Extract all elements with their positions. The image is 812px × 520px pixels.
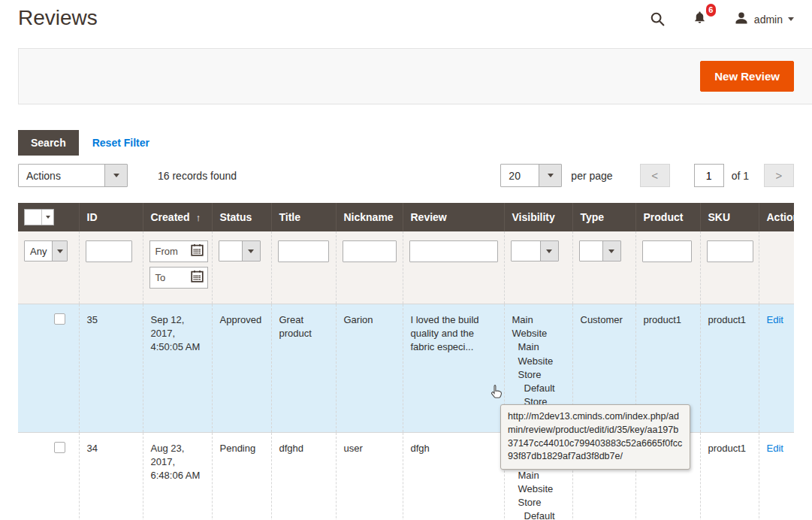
actions-dropdown[interactable]: Actions xyxy=(18,164,128,187)
filter-cell-id xyxy=(79,231,143,304)
cell-nickname: user xyxy=(336,432,403,520)
previous-page-button[interactable]: < xyxy=(640,164,670,187)
column-header-action[interactable]: Action xyxy=(759,203,794,231)
filter-cell-visibility xyxy=(504,231,572,304)
filter-cell-review xyxy=(403,231,504,304)
select-all-header xyxy=(18,203,79,231)
user-icon xyxy=(734,11,749,28)
toolbar-left: Actions 16 records found xyxy=(18,164,237,187)
admin-menu[interactable]: admin xyxy=(734,11,794,28)
grid-header-row: ID Created↑ Status Title Nickname Review… xyxy=(18,203,794,231)
cell-sku: product1 xyxy=(700,432,759,520)
new-review-button[interactable]: New Review xyxy=(700,61,794,92)
edit-link[interactable]: Edit xyxy=(767,443,783,454)
column-header-created[interactable]: Created↑ xyxy=(143,203,212,231)
notification-badge: 6 xyxy=(706,4,716,17)
edit-link[interactable]: Edit xyxy=(767,314,783,325)
visibility-website: Main Website xyxy=(512,313,565,340)
filter-review-input[interactable] xyxy=(409,240,498,262)
cell-created: Aug 23, 2017, 6:48:06 AM xyxy=(143,432,212,520)
filter-date-from[interactable]: From xyxy=(149,240,208,262)
url-tooltip: http://m2dev13.cminds.com/index.php/admi… xyxy=(500,404,690,470)
row-checkbox-cell xyxy=(18,304,79,433)
row-checkbox-cell xyxy=(18,432,79,520)
cell-status: Pending xyxy=(212,432,271,520)
search-icon[interactable] xyxy=(650,11,666,27)
column-header-sku[interactable]: SKU xyxy=(700,203,759,231)
filter-status-value xyxy=(219,241,242,261)
caret-down-icon xyxy=(788,17,794,21)
row-checkbox[interactable] xyxy=(54,442,65,453)
filter-from-label: From xyxy=(155,246,178,257)
filter-type-value xyxy=(580,241,602,261)
column-header-title[interactable]: Title xyxy=(271,203,336,231)
header-icons: 6 admin xyxy=(650,6,794,29)
caret-down-icon xyxy=(52,241,67,261)
caret-down-icon xyxy=(104,165,127,186)
caret-down-icon xyxy=(42,210,53,225)
cell-title: dfghd xyxy=(271,432,336,520)
toolbar-right: 20 per page < of 1 > xyxy=(500,164,794,187)
filter-any-label: Any xyxy=(25,241,52,261)
column-header-review[interactable]: Review xyxy=(403,203,504,231)
admin-username: admin xyxy=(754,14,783,26)
sort-ascending-icon: ↑ xyxy=(196,212,201,223)
page-actions-bar: New Review xyxy=(18,48,812,104)
filter-type-dropdown[interactable] xyxy=(579,240,621,262)
per-page-label: per page xyxy=(571,170,612,182)
select-all-checkbox[interactable] xyxy=(25,210,42,225)
mouse-cursor-icon xyxy=(491,384,503,402)
filter-nickname-input[interactable] xyxy=(343,240,397,262)
page-title: Reviews xyxy=(18,6,98,30)
visibility-store: Main Website Store xyxy=(512,340,565,382)
filter-title-input[interactable] xyxy=(278,240,329,262)
cell-action: Edit xyxy=(759,304,794,433)
filter-cell-created: From To xyxy=(143,231,212,304)
cell-created: Sep 12, 2017, 4:50:05 AM xyxy=(143,304,212,433)
cell-review: dfgh xyxy=(403,432,504,520)
grid-search-row: Search Reset Filter xyxy=(18,130,794,156)
cell-action: Edit xyxy=(759,432,794,520)
column-header-product[interactable]: Product xyxy=(635,203,700,231)
notifications-button[interactable]: 6 xyxy=(693,10,707,29)
visibility-store: Main Website Store xyxy=(512,469,565,510)
grid-toolbar: Actions 16 records found 20 per page < o… xyxy=(18,164,794,187)
caret-down-icon xyxy=(539,165,561,186)
search-button[interactable]: Search xyxy=(18,130,79,156)
reset-filter-link[interactable]: Reset Filter xyxy=(92,137,149,149)
total-pages-label: of 1 xyxy=(732,170,749,182)
page-header: Reviews 6 admin xyxy=(0,0,812,39)
cell-status: Approved xyxy=(212,304,271,433)
column-header-status[interactable]: Status xyxy=(212,203,271,231)
column-header-visibility[interactable]: Visibility xyxy=(504,203,572,231)
column-header-created-label: Created xyxy=(151,211,190,223)
filter-any-dropdown[interactable]: Any xyxy=(24,240,68,262)
filter-date-to[interactable]: To xyxy=(149,267,208,289)
filter-cell-type xyxy=(572,231,635,304)
page-number-input[interactable] xyxy=(694,164,724,187)
actions-dropdown-label: Actions xyxy=(19,165,104,186)
column-header-id[interactable]: ID xyxy=(79,203,143,231)
per-page-dropdown[interactable]: 20 xyxy=(500,164,562,187)
records-count: 16 records found xyxy=(158,170,237,182)
cell-review: I loved the build quality and the fabric… xyxy=(403,304,504,433)
filter-visibility-dropdown[interactable] xyxy=(511,240,559,262)
select-all-dropdown[interactable] xyxy=(24,209,54,225)
filter-cell-select: Any xyxy=(18,231,79,304)
filter-visibility-value xyxy=(512,241,540,261)
column-header-nickname[interactable]: Nickname xyxy=(336,203,403,231)
row-checkbox[interactable] xyxy=(54,313,65,325)
filter-sku-input[interactable] xyxy=(707,240,753,262)
column-header-type[interactable]: Type xyxy=(572,203,635,231)
filter-product-input[interactable] xyxy=(642,240,692,262)
caret-down-icon xyxy=(242,241,260,261)
filter-cell-title xyxy=(271,231,336,304)
filter-status-dropdown[interactable] xyxy=(219,240,261,262)
filter-id-input[interactable] xyxy=(86,240,132,262)
calendar-icon[interactable] xyxy=(191,271,204,286)
bell-icon xyxy=(693,15,707,28)
caret-down-icon xyxy=(602,241,620,261)
cell-nickname: Garion xyxy=(336,304,403,433)
calendar-icon[interactable] xyxy=(191,244,204,259)
next-page-button[interactable]: > xyxy=(764,164,794,187)
